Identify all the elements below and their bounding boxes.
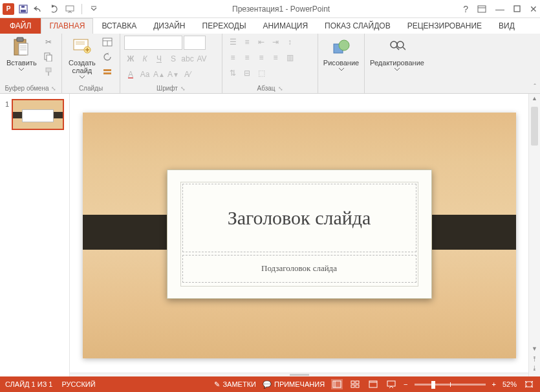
reset-icon[interactable] — [101, 50, 114, 63]
scroll-thumb[interactable] — [531, 107, 538, 146]
group-editing: Редактирование — [365, 34, 429, 93]
cut-icon[interactable]: ✂ — [42, 36, 55, 49]
new-slide-button[interactable]: Создать слайд — [66, 36, 98, 80]
tab-slideshow[interactable]: ПОКАЗ СЛАЙДОВ — [316, 18, 399, 34]
notes-button[interactable]: ✎ЗАМЕТКИ — [214, 380, 256, 389]
svg-rect-2 — [21, 6, 25, 8]
editing-button[interactable]: Редактирование — [367, 36, 427, 72]
slide: Заголовок слайда Подзаголовок слайда — [83, 113, 516, 358]
underline-icon[interactable]: Ч — [153, 52, 166, 65]
language-indicator[interactable]: РУССКИЙ — [61, 380, 95, 388]
zoom-out-button[interactable]: − — [404, 380, 407, 388]
clear-formatting-icon[interactable]: A⁄ — [181, 68, 194, 81]
scroll-up-icon[interactable]: ▲ — [529, 95, 540, 102]
columns-icon[interactable]: ▥ — [283, 51, 296, 64]
notes-splitter[interactable] — [70, 373, 528, 376]
next-slide-icon[interactable]: ⭳ — [529, 365, 540, 371]
svg-rect-16 — [46, 68, 51, 72]
font-size-combo[interactable] — [184, 36, 206, 50]
qat-customize-icon[interactable] — [89, 4, 99, 14]
subtitle-placeholder[interactable]: Подзаголовок слайда — [182, 255, 416, 283]
ribbon-tabs: ФАЙЛ ГЛАВНАЯ ВСТАВКА ДИЗАЙН ПЕРЕХОДЫ АНИ… — [0, 18, 540, 34]
save-icon[interactable] — [18, 4, 28, 14]
bullets-icon[interactable]: ☰ — [226, 36, 239, 49]
copy-icon[interactable] — [42, 50, 55, 63]
section-icon[interactable] — [101, 65, 114, 78]
slideshow-view-icon[interactable] — [385, 379, 397, 389]
char-spacing-icon[interactable]: AV — [195, 52, 208, 65]
tab-animations[interactable]: АНИМАЦИЯ — [255, 18, 316, 34]
tab-review[interactable]: РЕЦЕНЗИРОВАНИЕ — [399, 18, 490, 34]
tab-home[interactable]: ГЛАВНАЯ — [41, 18, 93, 34]
layout-icon[interactable] — [101, 36, 114, 49]
font-launcher-icon[interactable]: ⤡ — [180, 85, 186, 92]
align-text-icon[interactable]: ⊟ — [241, 67, 254, 80]
group-slides-label: Слайды — [79, 85, 103, 92]
tab-view[interactable]: ВИД — [490, 18, 523, 34]
change-case-icon[interactable]: Aa — [138, 68, 151, 81]
line-spacing-icon[interactable]: ↕ — [283, 36, 296, 49]
group-clipboard-label: Буфер обмена — [5, 85, 49, 92]
font-color-icon[interactable]: A — [124, 68, 137, 81]
scroll-down-icon[interactable]: ▼ — [529, 345, 540, 352]
fit-window-icon[interactable] — [523, 379, 535, 389]
vertical-scrollbar[interactable]: ▲ ▼ ⭱ ⭳ — [528, 94, 540, 376]
italic-icon[interactable]: К — [138, 52, 151, 65]
tab-insert[interactable]: ВСТАВКА — [93, 18, 145, 34]
sorter-view-icon[interactable] — [349, 379, 361, 389]
close-icon[interactable]: ✕ — [530, 4, 537, 14]
align-left-icon[interactable]: ≡ — [226, 51, 239, 64]
font-name-combo[interactable] — [124, 36, 182, 50]
title-placeholder[interactable]: Заголовок слайда — [182, 184, 416, 252]
ribbon-display-icon[interactable] — [477, 5, 486, 13]
format-painter-icon[interactable] — [42, 65, 55, 78]
increase-indent-icon[interactable]: ⇥ — [269, 36, 282, 49]
zoom-in-button[interactable]: + — [492, 380, 496, 388]
minimize-icon[interactable]: — — [495, 4, 504, 14]
drawing-button[interactable]: Рисование — [321, 36, 362, 72]
title-text: Заголовок слайда — [228, 207, 371, 229]
help-icon[interactable]: ? — [463, 4, 468, 14]
text-direction-icon[interactable]: ⇅ — [226, 67, 239, 80]
group-clipboard: Вставить ✂ Буфер обмена⤡ — [0, 34, 62, 93]
slide-thumbnail[interactable]: 1 — [5, 99, 64, 130]
group-slides: Создать слайд Слайды — [62, 34, 120, 93]
zoom-level[interactable]: 52% — [502, 380, 517, 388]
zoom-slider[interactable] — [415, 384, 486, 386]
thumbnail-preview — [12, 99, 64, 130]
redo-icon[interactable] — [49, 4, 59, 14]
tab-design[interactable]: ДИЗАЙН — [145, 18, 193, 34]
shadow-icon[interactable]: S — [167, 52, 180, 65]
numbering-icon[interactable]: ≡ — [241, 36, 254, 49]
shrink-font-icon[interactable]: A▼ — [167, 68, 180, 81]
bold-icon[interactable]: Ж — [124, 52, 137, 65]
reading-view-icon[interactable] — [367, 379, 379, 389]
prev-slide-icon[interactable]: ⭱ — [529, 356, 540, 362]
drawing-label: Рисование — [323, 59, 359, 67]
slide-counter[interactable]: СЛАЙД 1 ИЗ 1 — [5, 380, 52, 388]
tab-file[interactable]: ФАЙЛ — [0, 18, 41, 34]
app-icon[interactable]: P — [3, 3, 14, 15]
justify-icon[interactable]: ≡ — [269, 51, 282, 64]
paste-button[interactable]: Вставить — [4, 36, 39, 72]
undo-icon[interactable] — [34, 4, 44, 14]
maximize-icon[interactable] — [513, 5, 521, 12]
comments-button[interactable]: 💬ПРИМЕЧАНИЯ — [263, 380, 325, 389]
tab-transitions[interactable]: ПЕРЕХОДЫ — [194, 18, 255, 34]
normal-view-icon[interactable] — [331, 379, 343, 389]
svg-rect-7 — [514, 6, 520, 12]
smartart-icon[interactable]: ⬚ — [255, 67, 268, 80]
group-paragraph: ☰ ≡ ⇤ ⇥ ↕ ≡ ≡ ≡ ≡ ▥ ⇅ ⊟ ⬚ Абзац⤡ — [222, 34, 318, 93]
paragraph-launcher-icon[interactable]: ⤡ — [278, 85, 283, 92]
clipboard-launcher-icon[interactable]: ⤡ — [51, 85, 56, 92]
collapse-ribbon-icon[interactable]: ˆ — [534, 83, 536, 91]
start-slideshow-icon[interactable] — [65, 4, 75, 14]
grow-font-icon[interactable]: A▲ — [153, 68, 166, 81]
strikethrough-icon[interactable]: abc — [181, 52, 194, 65]
svg-rect-1 — [21, 10, 26, 12]
editing-label: Редактирование — [370, 59, 424, 67]
slide-canvas[interactable]: Заголовок слайда Подзаголовок слайда — [70, 94, 528, 376]
align-right-icon[interactable]: ≡ — [255, 51, 268, 64]
decrease-indent-icon[interactable]: ⇤ — [255, 36, 268, 49]
align-center-icon[interactable]: ≡ — [241, 51, 254, 64]
